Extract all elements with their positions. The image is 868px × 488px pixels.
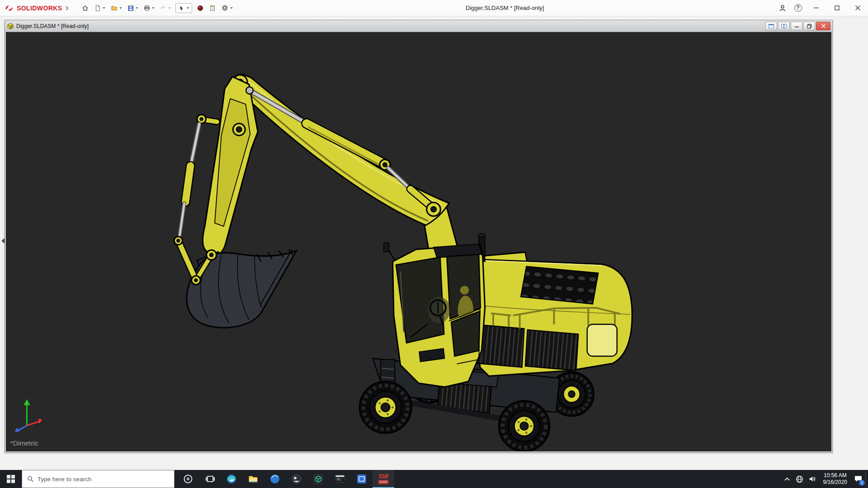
blue-sphere-app-icon bbox=[269, 474, 280, 484]
window-layout-button-2[interactable] bbox=[778, 22, 790, 30]
blue-sphere-app-button[interactable] bbox=[264, 470, 286, 488]
close-icon bbox=[821, 24, 826, 28]
action-center-button[interactable]: 2 bbox=[851, 470, 865, 488]
tile-window-icon bbox=[781, 24, 787, 28]
minimize-icon bbox=[795, 24, 799, 28]
open-dropdown-caret[interactable] bbox=[119, 7, 122, 9]
taskbar-clock[interactable]: 10:56 AM 9/16/2020 bbox=[819, 472, 851, 486]
graphics-area[interactable]: *Dimetric bbox=[6, 32, 831, 451]
select-tool-button[interactable] bbox=[175, 3, 192, 13]
network-button[interactable] bbox=[793, 470, 806, 488]
document-window-controls bbox=[765, 22, 830, 30]
notification-badge: 2 bbox=[859, 480, 865, 486]
settings-gear-icon bbox=[221, 4, 229, 12]
split-window-icon bbox=[769, 24, 774, 28]
blue-window-app-button[interactable] bbox=[351, 470, 373, 488]
document-minimize-button[interactable] bbox=[791, 22, 802, 30]
cortana-icon bbox=[183, 474, 193, 484]
cortana-button[interactable] bbox=[177, 470, 199, 488]
settings-button[interactable] bbox=[219, 3, 235, 13]
open-icon bbox=[110, 5, 118, 12]
quick-access-toolbar bbox=[80, 3, 235, 13]
undo-dropdown-caret[interactable] bbox=[168, 7, 171, 9]
solidworks-icon-year: 2020 bbox=[378, 480, 389, 484]
document-window: Digger.SLDASM * [Read-only] bbox=[5, 20, 833, 453]
file-explorer-icon bbox=[248, 474, 259, 484]
undo-icon bbox=[160, 5, 167, 12]
options-sheet-button[interactable] bbox=[207, 3, 218, 13]
document-title: Digger.SLDASM * [Read-only] bbox=[16, 23, 765, 29]
sphere-icon bbox=[197, 5, 204, 12]
brand-expand-chevron-icon[interactable] bbox=[65, 6, 69, 10]
speaker-icon bbox=[809, 475, 816, 483]
select-arrow-icon bbox=[178, 5, 185, 12]
window-layout-button-1[interactable] bbox=[765, 22, 777, 30]
dark-circle-app-button[interactable] bbox=[286, 470, 307, 488]
close-icon bbox=[855, 5, 860, 10]
tray-chevron-icon bbox=[784, 477, 790, 482]
taskbar-search[interactable] bbox=[22, 470, 175, 488]
task-view-icon bbox=[204, 474, 215, 484]
save-icon bbox=[127, 5, 134, 12]
hidden-icons-button[interactable] bbox=[781, 470, 793, 488]
edge-button[interactable] bbox=[221, 470, 242, 488]
system-tray: 10:56 AM 9/16/2020 2 bbox=[781, 470, 868, 488]
sphere-tool-button[interactable] bbox=[195, 3, 206, 13]
solidworks-icon: SW bbox=[378, 474, 389, 479]
save-button[interactable] bbox=[125, 3, 140, 13]
undo-button[interactable] bbox=[158, 3, 173, 13]
dark-circle-app-icon bbox=[291, 474, 302, 484]
3d-model-viewport[interactable]: *Dimetric bbox=[6, 32, 831, 451]
print-button[interactable] bbox=[142, 3, 156, 13]
network-globe-icon bbox=[796, 475, 803, 483]
app-minimize-button[interactable] bbox=[806, 0, 826, 16]
maximize-icon bbox=[835, 5, 840, 10]
search-icon bbox=[27, 475, 34, 483]
cube-app-icon bbox=[313, 474, 324, 484]
app-window-title: Digger.SLDASM * [Read-only] bbox=[235, 5, 775, 11]
windows-start-icon bbox=[7, 475, 15, 483]
settings-dropdown-caret[interactable] bbox=[230, 7, 233, 9]
solidworks-brand: SOLIDWORKS bbox=[0, 5, 71, 12]
taskbar-apps: SW 2020 bbox=[177, 470, 394, 488]
new-document-dropdown-caret[interactable] bbox=[103, 7, 105, 9]
document-restore-button[interactable] bbox=[803, 22, 815, 30]
left-arrow-icon bbox=[1, 238, 5, 244]
minimize-icon bbox=[814, 5, 819, 10]
console-window-icon bbox=[335, 474, 345, 484]
blue-window-app-icon bbox=[356, 474, 367, 484]
solidworks-taskbar-button[interactable]: SW 2020 bbox=[373, 470, 394, 488]
clock-time: 10:56 AM bbox=[823, 472, 847, 479]
start-button[interactable] bbox=[0, 470, 22, 488]
help-button[interactable]: ? bbox=[790, 0, 806, 16]
print-dropdown-caret[interactable] bbox=[152, 7, 155, 9]
app-titlebar: SOLIDWORKS bbox=[0, 0, 868, 16]
document-titlebar[interactable]: Digger.SLDASM * [Read-only] bbox=[5, 20, 832, 32]
new-document-button[interactable] bbox=[92, 3, 107, 13]
app-maximize-button[interactable] bbox=[826, 0, 847, 16]
cube-app-button[interactable] bbox=[307, 470, 329, 488]
options-sheet-icon bbox=[209, 5, 216, 12]
document-close-button[interactable] bbox=[816, 22, 830, 30]
console-window-button[interactable] bbox=[329, 470, 351, 488]
home-icon bbox=[81, 5, 89, 12]
save-dropdown-caret[interactable] bbox=[136, 7, 138, 9]
open-button[interactable] bbox=[108, 3, 124, 13]
view-orientation-label: *Dimetric bbox=[10, 439, 38, 447]
help-icon: ? bbox=[794, 4, 802, 12]
engine-grille bbox=[521, 267, 598, 304]
print-icon bbox=[143, 5, 151, 12]
task-view-button[interactable] bbox=[199, 470, 221, 488]
account-button[interactable] bbox=[775, 0, 790, 16]
show-desktop-button[interactable] bbox=[865, 470, 868, 488]
side-vent-2 bbox=[525, 330, 578, 371]
file-explorer-button[interactable] bbox=[242, 470, 264, 488]
assembly-document-icon bbox=[7, 23, 14, 30]
select-tool-dropdown-caret[interactable] bbox=[187, 7, 189, 9]
volume-button[interactable] bbox=[806, 470, 819, 488]
app-close-button[interactable] bbox=[847, 0, 868, 16]
search-input[interactable] bbox=[38, 476, 169, 483]
brand-name: SOLIDWORKS bbox=[17, 5, 62, 12]
home-button[interactable] bbox=[80, 3, 91, 13]
screen: SOLIDWORKS bbox=[0, 0, 868, 488]
